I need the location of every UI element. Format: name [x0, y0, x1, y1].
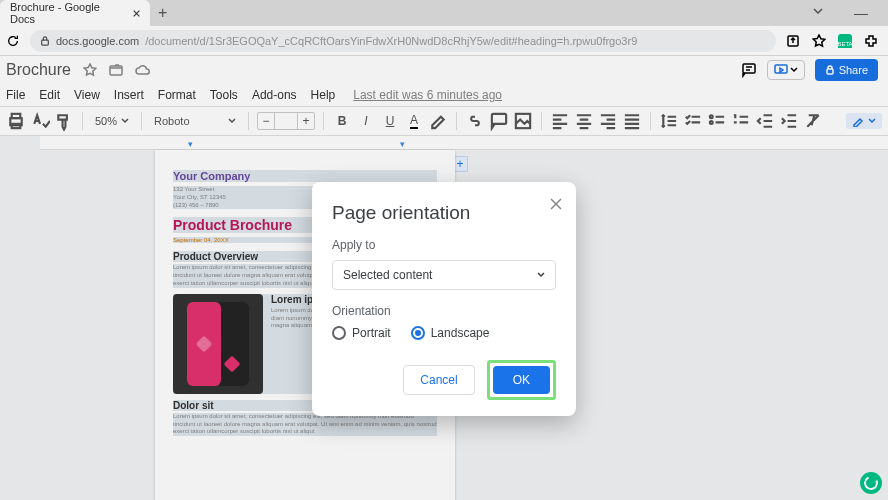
cancel-button[interactable]: Cancel — [403, 365, 474, 395]
apply-to-select[interactable]: Selected content — [332, 260, 556, 290]
apply-to-label: Apply to — [332, 238, 556, 252]
radio-portrait[interactable]: Portrait — [332, 326, 391, 340]
orientation-label: Orientation — [332, 304, 556, 318]
ok-highlight: OK — [487, 360, 556, 400]
dialog-title: Page orientation — [332, 202, 556, 224]
page-orientation-dialog: Page orientation Apply to Selected conte… — [312, 182, 576, 416]
close-icon[interactable] — [550, 198, 562, 210]
caret-down-icon — [537, 271, 545, 279]
ok-button[interactable]: OK — [493, 366, 550, 394]
radio-landscape[interactable]: Landscape — [411, 326, 490, 340]
